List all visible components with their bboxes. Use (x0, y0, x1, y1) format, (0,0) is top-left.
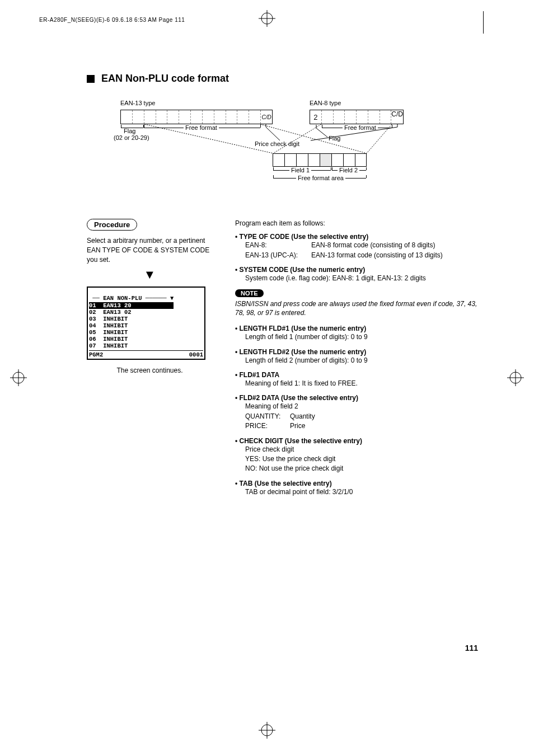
svg-line-19 (260, 124, 367, 153)
length-fld1-body: Length of field 1 (number of digits): 0 … (235, 332, 479, 342)
fld2-qty-lbl: QUANTITY: (245, 412, 290, 421)
svg-line-20 (273, 124, 321, 153)
length-fld2-body: Length of field 2 (number of digits): 0 … (235, 356, 479, 365)
ean8-box: 2 C/D (310, 110, 404, 124)
ean8-label: EAN-8: (245, 241, 311, 250)
check-digit-line1: Price check digit (245, 445, 479, 454)
trim-line (483, 11, 484, 34)
crop-mark-left (10, 369, 27, 388)
check-digit-cell-8: C/D (391, 110, 403, 124)
ean13-label: EAN-13 (UPC-A): (245, 251, 311, 260)
ean-diagram: EAN-13 type EAN-8 type C/D 2 C/D Flag (0… (120, 101, 479, 202)
fld2-price-lbl: PRICE: (245, 421, 290, 431)
length-fld2-title: • LENGTH FLD#2 (Use the numeric entry) (235, 348, 479, 356)
terminal-screen: ── EAN NON-PLU ────── ▼ 01 EAN13 20 02 E… (87, 287, 205, 360)
fld2-price-val: Price (290, 421, 305, 431)
down-arrow-icon: ▼ (87, 267, 213, 282)
fld2-data-title: • FLD#2 DATA (Use the selective entry) (235, 394, 479, 402)
system-code-title: • SYSTEM CODE (Use the numeric entry) (235, 266, 479, 274)
type-of-code-title: • TYPE OF CODE (Use the selective entry) (235, 233, 479, 241)
svg-line-21 (367, 124, 392, 153)
page-number: 111 (465, 644, 478, 652)
free-format-area-boxes (273, 153, 367, 167)
ean8-label: EAN-8 type (310, 100, 341, 106)
crop-mark-bottom (259, 722, 275, 740)
check-digit-no: NO: Not use the price check digit (245, 464, 479, 473)
instructions-column: Program each item as follows: • TYPE OF … (235, 219, 479, 503)
system-code-body: System code (i.e. flag code): EAN-8: 1 d… (235, 274, 479, 283)
square-bullet-icon (87, 75, 95, 83)
section-heading: EAN Non-PLU code format (87, 73, 479, 84)
crop-mark-top (259, 10, 275, 29)
fld2-line1: Meaning of field 2 (245, 402, 479, 411)
procedure-column: Procedure Select a arbitrary number, or … (87, 219, 213, 503)
fld2-qty-val: Quantity (290, 412, 315, 421)
print-header: ER-A280F_N(SEEG)(E)-6 09.6.18 6:53 AM Pa… (39, 17, 185, 23)
tab-title: • TAB (Use the selective entry) (235, 480, 479, 487)
tab-body: TAB or decimal point of field: 3/2/1/0 (235, 487, 479, 497)
ean8-first-cell: 2 (310, 110, 322, 124)
section-title-text: EAN Non-PLU code format (101, 73, 229, 84)
check-digit-cell: C/D (261, 110, 272, 124)
ean13-box: C/D (120, 110, 273, 124)
note-text: ISBN/ISSN and press code are always used… (235, 299, 479, 318)
procedure-text: Select a arbitrary number, or a pertinen… (87, 236, 213, 264)
check-digit-title: • CHECK DIGIT (Use the selective entry) (235, 437, 479, 445)
fld1-data-body: Meaning of field 1: It is fixed to FREE. (235, 379, 479, 388)
check-digit-yes: YES: Use the price check digit (245, 454, 479, 464)
ean13-desc: EAN-13 format code (consisting of 13 dig… (311, 251, 443, 260)
length-fld1-title: • LENGTH FLD#1 (Use the numeric entry) (235, 325, 479, 332)
screen-continues-text: The screen continues. (87, 367, 213, 374)
free-format-area-label: Free format area (296, 175, 345, 181)
field1-label: Field 1 (289, 167, 311, 173)
ean8-desc: EAN-8 format code (consisting of 8 digit… (311, 241, 435, 250)
ean13-label: EAN-13 type (120, 100, 155, 106)
screen-status-right: 0001 (189, 351, 203, 358)
crop-mark-right (507, 369, 524, 388)
svg-line-18 (144, 124, 273, 153)
field2-label: Field 2 (338, 167, 359, 173)
note-pill: NOTE (235, 289, 264, 297)
procedure-pill: Procedure (87, 219, 137, 231)
screen-status-left: PGM2 (89, 351, 103, 358)
fld1-data-title: • FLD#1 DATA (235, 371, 479, 379)
intro-text: Program each item as follows: (235, 219, 479, 228)
